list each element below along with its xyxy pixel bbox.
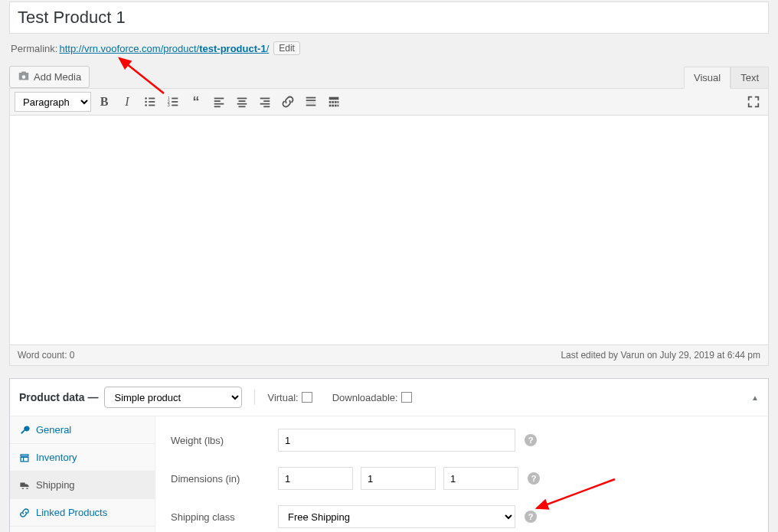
panel-title: Product data — [19, 391, 98, 403]
svg-point-3 [145, 101, 147, 103]
align-center-icon[interactable] [232, 92, 252, 112]
panel-collapse-toggle[interactable]: ▲ [751, 393, 759, 402]
svg-rect-30 [329, 101, 332, 103]
svg-rect-8 [172, 98, 178, 100]
editor-tab-text[interactable]: Text [731, 67, 769, 89]
svg-rect-2 [149, 98, 155, 100]
svg-rect-34 [329, 105, 332, 107]
tab-shipping[interactable]: Shipping [10, 472, 155, 499]
svg-rect-21 [260, 98, 270, 100]
product-type-select[interactable]: Simple product [104, 387, 242, 408]
shipping-class-select[interactable]: Free Shipping [278, 505, 515, 528]
dimension-length-input[interactable] [278, 467, 353, 490]
svg-rect-29 [329, 97, 339, 100]
svg-rect-17 [237, 98, 247, 100]
svg-rect-22 [263, 100, 270, 102]
italic-icon[interactable]: I [117, 92, 137, 112]
svg-rect-24 [263, 106, 270, 107]
svg-rect-26 [306, 100, 316, 101]
tab-linked-label: Linked Products [36, 507, 107, 518]
format-select[interactable]: Paragraph [15, 92, 91, 112]
virtual-label: Virtual: [267, 392, 298, 403]
svg-point-1 [145, 97, 147, 100]
svg-rect-23 [260, 103, 270, 105]
dimension-height-input[interactable] [443, 467, 518, 490]
permalink-link[interactable]: http://vrn.vooforce.com/product/test-pro… [59, 43, 269, 54]
tab-inventory-label: Inventory [36, 452, 77, 463]
virtual-checkbox[interactable] [302, 392, 312, 403]
wrench-icon [19, 425, 30, 436]
svg-rect-4 [149, 101, 155, 103]
content-editor[interactable] [9, 116, 769, 345]
word-count: Word count: 0 [18, 350, 75, 361]
add-media-label: Add Media [34, 71, 81, 83]
dimension-width-input[interactable] [361, 467, 436, 490]
permalink-trail: / [266, 43, 270, 54]
svg-rect-13 [214, 98, 224, 100]
camera-music-icon [18, 70, 30, 83]
editor-toolbar: Paragraph B I 123 “ [9, 88, 769, 116]
svg-rect-18 [239, 100, 246, 102]
weight-label: Weight (lbs) [171, 435, 278, 446]
weight-input[interactable] [278, 429, 515, 452]
svg-rect-37 [338, 105, 339, 107]
fullscreen-icon[interactable] [744, 92, 763, 112]
permalink-label: Permalink: [11, 43, 57, 54]
tab-inventory[interactable]: Inventory [10, 444, 155, 472]
help-icon[interactable]: ? [525, 511, 537, 523]
svg-rect-6 [149, 105, 155, 106]
last-edited: Last edited by Varun on July 29, 2019 at… [561, 350, 760, 361]
tab-linked-products[interactable]: Linked Products [10, 499, 155, 527]
editor-tab-visual[interactable]: Visual [684, 67, 731, 89]
tab-shipping-label: Shipping [36, 479, 75, 491]
add-media-button[interactable]: Add Media [9, 66, 90, 88]
svg-rect-15 [214, 103, 224, 105]
downloadable-checkbox[interactable] [401, 392, 412, 403]
bold-icon[interactable]: B [94, 92, 114, 112]
bullet-list-icon[interactable] [140, 92, 160, 112]
svg-point-5 [145, 104, 147, 106]
help-icon[interactable]: ? [525, 434, 537, 446]
link-icon-small [19, 508, 30, 518]
shipping-class-label: Shipping class [171, 511, 278, 523]
svg-rect-35 [332, 105, 334, 107]
svg-rect-33 [338, 101, 339, 103]
svg-rect-31 [332, 101, 334, 103]
toolbar-toggle-icon[interactable] [324, 92, 344, 112]
product-data-panel: Product data — Simple product Virtual: D… [9, 378, 769, 532]
permalink-base: http://vrn.vooforce.com/product/ [59, 43, 199, 54]
svg-rect-20 [239, 106, 246, 107]
tab-general[interactable]: General [10, 416, 155, 444]
truck-icon [19, 480, 30, 491]
downloadable-label: Downloadable: [332, 392, 398, 403]
help-icon[interactable]: ? [528, 472, 540, 485]
ordered-list-icon[interactable]: 123 [163, 92, 183, 112]
tab-general-label: General [36, 424, 71, 436]
svg-rect-36 [335, 105, 337, 107]
permalink-edit-button[interactable]: Edit [273, 41, 300, 55]
align-right-icon[interactable] [255, 92, 275, 112]
insert-more-icon[interactable] [301, 92, 321, 112]
align-left-icon[interactable] [209, 92, 229, 112]
product-title-input[interactable] [9, 2, 769, 34]
svg-rect-19 [237, 103, 247, 105]
svg-rect-25 [306, 97, 316, 99]
permalink-row: Permalink: http://vrn.vooforce.com/produ… [11, 41, 769, 55]
svg-text:3: 3 [168, 103, 170, 107]
dimensions-label: Dimensions (in) [171, 473, 278, 485]
svg-rect-16 [214, 106, 221, 107]
svg-rect-12 [172, 105, 178, 106]
svg-rect-10 [172, 101, 178, 103]
link-icon[interactable] [278, 92, 298, 112]
svg-rect-32 [335, 101, 337, 103]
svg-rect-14 [214, 100, 221, 102]
permalink-slug: test-product-1 [199, 43, 266, 54]
separator [254, 390, 255, 405]
blockquote-icon[interactable]: “ [186, 92, 206, 112]
inventory-icon [19, 452, 30, 463]
svg-rect-28 [306, 105, 316, 106]
svg-rect-27 [306, 103, 316, 103]
